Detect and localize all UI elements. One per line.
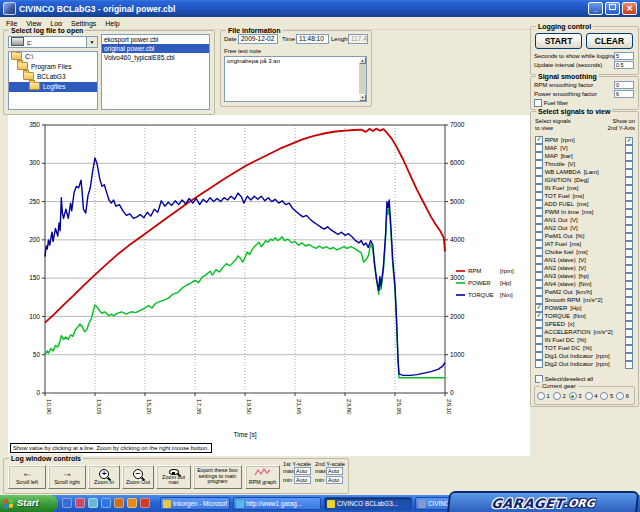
gear-radio-6[interactable]: 6 xyxy=(616,392,629,400)
signal-row-rpm[interactable]: RPM[rpm] xyxy=(535,136,636,144)
signal-row-tot-fuel[interactable]: TOT Fuel[ms] xyxy=(535,192,636,200)
note-scrollbar[interactable]: ▲ ▼ xyxy=(358,57,366,101)
date-field[interactable]: 2009-12-02 xyxy=(238,34,278,44)
drive-selector[interactable]: c: ▼ xyxy=(8,36,98,48)
signal-row-smooth-rpm[interactable]: Smooth RPM[m/s^2] xyxy=(535,296,636,304)
file-item-volvo460-typicale85-cbl[interactable]: Volvo460_typicalE85.cbl xyxy=(102,53,209,62)
folder-icon xyxy=(23,72,34,80)
signal-row-pwm1-out[interactable]: PwM1 Out[%] xyxy=(535,232,636,240)
smoothing-input[interactable]: 0 xyxy=(614,81,634,89)
current-gear-group: Current gear 1 2 3 4 5 6 xyxy=(534,386,635,405)
signal-row-iat-fuel[interactable]: IAT Fuel[ms] xyxy=(535,240,636,248)
signal-row-pwm2-out[interactable]: PwM2 Out[km/h] xyxy=(535,288,636,296)
signal-unit: [rpm] xyxy=(561,137,575,143)
signal-row-an4-slave[interactable]: AN4 (slave)[Nm] xyxy=(535,280,636,288)
taskbar-task-2[interactable]: http://www1.garag... xyxy=(233,497,321,510)
signal-row-torque[interactable]: TORQUE[Nm] xyxy=(535,312,636,320)
windows-flag-icon xyxy=(4,499,13,509)
signal-row-wb-lambda[interactable]: WB LAMBDA[Lam] xyxy=(535,168,636,176)
signal-row-an2-slave[interactable]: AN2 (slave)[V] xyxy=(535,264,636,272)
signal-row-choke-fuel[interactable]: Choke fuel[ms] xyxy=(535,248,636,256)
signal-row-ignition[interactable]: IGNITION[Deg] xyxy=(535,176,636,184)
rpm-graph-button[interactable]: RPM graph xyxy=(245,465,280,489)
start-button[interactable]: START xyxy=(535,33,582,49)
folder-tree[interactable]: C:\Program FilesBCLabG3Logfiles xyxy=(8,51,98,110)
signal-row-acceleration[interactable]: ACCELERATION[m/s^2] xyxy=(535,328,636,336)
scroll-left-button[interactable]: ←Scroll left xyxy=(8,465,46,489)
chevron-down-icon[interactable]: ▼ xyxy=(86,37,97,47)
signal-row-add-fuel[interactable]: ADD FUEL[ms] xyxy=(535,200,636,208)
signal-row-in-fuel-dc[interactable]: IN Fuel DC[%] xyxy=(535,336,636,344)
signal-row-an1-out[interactable]: AN1 Out[V] xyxy=(535,216,636,224)
signal-checkbox[interactable] xyxy=(535,360,543,368)
signal-row-map[interactable]: MAP[bar] xyxy=(535,152,636,160)
tree-item-logfiles[interactable]: Logfiles xyxy=(9,82,97,92)
close-icon[interactable]: ✕ xyxy=(622,2,637,15)
signal-row-maf[interactable]: MAF[V] xyxy=(535,144,636,152)
signal-row-an2-out[interactable]: AN2 Out[V] xyxy=(535,224,636,232)
quick-launch-icon[interactable] xyxy=(62,498,72,508)
quick-launch-icon[interactable] xyxy=(114,498,124,508)
scroll-right-button[interactable]: →Scroll right xyxy=(48,465,86,489)
clear-button[interactable]: CLEAR xyxy=(586,33,633,49)
tree-item-bclabg3[interactable]: BCLabG3 xyxy=(9,72,97,82)
arrow-left-icon: ← xyxy=(22,468,32,477)
quick-launch-icon[interactable] xyxy=(140,498,150,508)
scroll-down-icon[interactable]: ▼ xyxy=(359,94,366,101)
minimize-icon[interactable]: _ xyxy=(588,2,603,15)
signal-label: Throttle xyxy=(543,161,565,167)
logging-input[interactable]: 5 xyxy=(614,52,634,60)
signal-row-throttle[interactable]: Throttle[V] xyxy=(535,160,636,168)
quick-launch-icon[interactable] xyxy=(127,498,137,508)
file-item-original-power-cbl[interactable]: original power.cbl xyxy=(102,44,209,53)
zoom-out-max-button[interactable]: Zoom out max xyxy=(156,465,191,489)
quick-launch-icon[interactable] xyxy=(101,498,111,508)
file-item-ekosport-power-cbl[interactable]: ekosport power.cbl xyxy=(102,35,209,44)
start-button[interactable]: Start xyxy=(0,495,58,512)
taskbar-task-1[interactable]: Inkorgen - Microsof... xyxy=(160,497,230,510)
signal-row-tot-fuel-dc[interactable]: TOT Fuel DC[%] xyxy=(535,344,636,352)
signal-row-an1-slave[interactable]: AN1 (slave)[V] xyxy=(535,256,636,264)
signal-unit: [V] xyxy=(568,161,575,167)
taskbar-task-3[interactable]: CIVINCO BCLabG3... xyxy=(324,497,412,510)
min-input[interactable]: Auto xyxy=(326,476,343,484)
svg-text:300: 300 xyxy=(29,159,40,166)
gear-radio-1[interactable]: 1 xyxy=(537,392,550,400)
quick-launch-icon[interactable] xyxy=(88,498,98,508)
gear-radio-5[interactable]: 5 xyxy=(600,392,613,400)
max-input[interactable]: Auto xyxy=(294,467,311,475)
fuel-filter-row[interactable]: Fuel filter xyxy=(534,99,568,107)
export-these-box-settings-to-main-program-button[interactable]: Export these box settings to main progra… xyxy=(193,465,242,489)
fuel-filter-checkbox[interactable] xyxy=(534,99,542,107)
max-input[interactable]: Auto xyxy=(326,467,343,475)
gear-radio-4[interactable]: 4 xyxy=(585,392,598,400)
free-text-note[interactable]: originalrepa på 3:an ▲ ▼ xyxy=(224,56,367,102)
signal-row-in-fuel[interactable]: IN Fuel[ms] xyxy=(535,184,636,192)
signal-row-dig2-out-indicator[interactable]: Dig2 Out Indicator[rpm] xyxy=(535,360,636,368)
restore-icon[interactable] xyxy=(605,2,620,15)
signal-unit: [Lam] xyxy=(584,169,599,175)
svg-text:TORQUE: TORQUE xyxy=(468,292,494,298)
signal-row-pwm-in-time[interactable]: PWM In time[ms] xyxy=(535,208,636,216)
signal-row-speed[interactable]: SPEED[x] xyxy=(535,320,636,328)
note-label: Free text note xyxy=(224,48,261,54)
chart-panel[interactable]: 0501001502002503003500100020003000400050… xyxy=(8,115,530,456)
logging-input[interactable]: 0.5 xyxy=(614,61,634,69)
signal-row-an3-slave[interactable]: AN3 (slave)[hp] xyxy=(535,272,636,280)
gear-radio-3[interactable]: 3 xyxy=(569,392,582,400)
file-list[interactable]: ekosport power.cbloriginal power.cblVolv… xyxy=(101,34,210,110)
signal-axis2-checkbox[interactable] xyxy=(625,361,633,369)
signal-row-dig1-out-indicator[interactable]: Dig1 Out Indicator[rpm] xyxy=(535,352,636,360)
radio-icon xyxy=(537,392,545,400)
svg-text:[Nm]: [Nm] xyxy=(500,292,513,298)
gear-radio-2[interactable]: 2 xyxy=(553,392,566,400)
scroll-up-icon[interactable]: ▲ xyxy=(359,57,366,64)
zoom-in-button[interactable]: +Zoom In xyxy=(88,465,120,489)
signal-row-power[interactable]: POWER[Hp] xyxy=(535,304,636,312)
time-field[interactable]: 11:48:10 xyxy=(296,34,329,44)
zoom-out-button[interactable]: −Zoom Out xyxy=(122,465,154,489)
quick-launch-icon[interactable] xyxy=(75,498,85,508)
smoothing-input[interactable]: 6 xyxy=(614,90,634,98)
min-input[interactable]: Auto xyxy=(294,476,311,484)
menu-item-help[interactable]: Help xyxy=(102,19,125,28)
